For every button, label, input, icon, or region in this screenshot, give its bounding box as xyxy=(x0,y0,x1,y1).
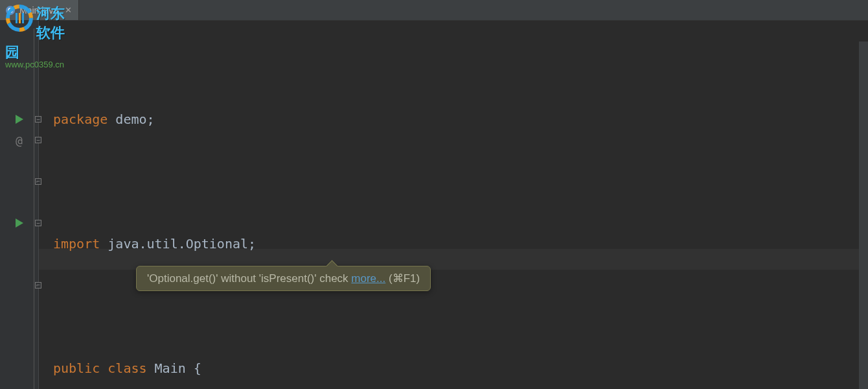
file-tab-main-java[interactable]: C Main.java ✕ xyxy=(0,0,79,20)
vertical-scrollbar[interactable] xyxy=(859,41,868,389)
tooltip-shortcut: (⌘F1) xyxy=(385,272,420,285)
java-class-icon: C xyxy=(5,5,16,16)
tooltip-more-link[interactable]: more... xyxy=(351,272,385,285)
tab-filename: Main.java xyxy=(19,5,58,16)
run-gutter-icon[interactable] xyxy=(16,112,23,127)
svg-text:C: C xyxy=(8,6,13,14)
editor-tab-bar: C Main.java ✕ xyxy=(0,0,868,21)
code-line xyxy=(53,171,868,192)
override-gutter-icon[interactable]: @ xyxy=(16,134,23,147)
editor-gutter[interactable]: − @ − ⌐ − ⌐ xyxy=(0,21,39,389)
code-line xyxy=(53,296,868,316)
code-line: import java.util.Optional; xyxy=(53,233,868,254)
editor-area: − @ − ⌐ − ⌐ package demo; import java.ut… xyxy=(0,21,868,389)
inspection-tooltip: 'Optional.get()' without 'isPresent()' c… xyxy=(136,266,431,291)
close-icon[interactable]: ✕ xyxy=(65,5,72,15)
code-line: public class Main { xyxy=(53,358,868,379)
code-line: package demo; xyxy=(53,109,868,130)
run-gutter-icon[interactable] xyxy=(16,215,23,231)
code-editor[interactable]: package demo; import java.util.Optional;… xyxy=(39,21,868,389)
tooltip-message: 'Optional.get()' without 'isPresent()' c… xyxy=(147,272,351,285)
